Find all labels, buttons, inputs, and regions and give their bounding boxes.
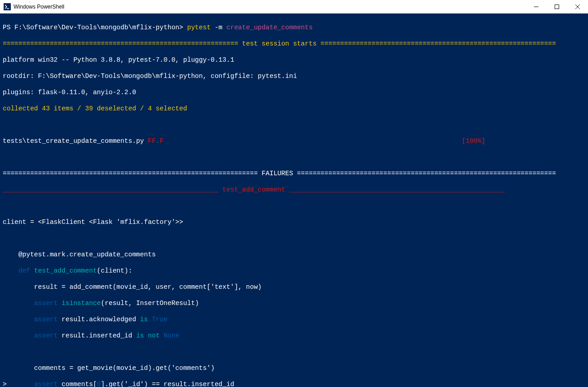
- keyword-assert: assert: [34, 332, 62, 339]
- test-file: tests\test_create_update_comments.py: [3, 137, 148, 145]
- code-line: > assert comments[0].get('_id') == resul…: [3, 380, 585, 387]
- window-controls: [526, 0, 588, 14]
- collected-info: collected 43 items / 39 deselected / 4 s…: [3, 105, 585, 113]
- keyword-is: is: [140, 316, 152, 323]
- keyword-assert: assert: [34, 316, 62, 323]
- code-line: result = add_comment(movie_id, user, com…: [3, 283, 585, 291]
- powershell-icon: [4, 3, 11, 10]
- cmd-name: pytest: [187, 24, 215, 31]
- cmd-flag: -m: [215, 24, 226, 31]
- keyword-true: True: [152, 316, 168, 323]
- code-line: assert result.acknowledged is True: [3, 315, 585, 323]
- svg-rect-3: [555, 5, 559, 9]
- maximize-icon: [555, 5, 559, 9]
- fail-mark: F: [160, 137, 164, 145]
- pass-mark: .: [156, 137, 160, 145]
- window-titlebar: Windows PowerShell: [0, 0, 588, 14]
- session-header: ========================================…: [3, 40, 585, 48]
- progress-pct: [100%]: [462, 137, 485, 145]
- keyword-def: def: [18, 267, 34, 274]
- failures-header: ========================================…: [3, 169, 585, 178]
- fail-marks: FF: [148, 137, 156, 145]
- code-line: assert isinstance(result, InsertOneResul…: [3, 299, 585, 307]
- plugins-info: plugins: flask-0.11.0, anyio-2.2.0: [3, 88, 585, 96]
- test-progress: tests\test_create_update_comments.py FF.…: [3, 137, 585, 145]
- code-line: assert result.inserted_id is not None: [3, 332, 585, 340]
- keyword-is-not: is not: [136, 332, 164, 339]
- platform-info: platform win32 -- Python 3.8.8, pytest-7…: [3, 56, 585, 64]
- minimize-button[interactable]: [526, 0, 547, 14]
- builtin: isinstance: [62, 300, 101, 307]
- maximize-button[interactable]: [547, 0, 567, 14]
- rootdir-info: rootdir: F:\Software\Dev-Tools\mongodb\m…: [3, 72, 585, 80]
- code-line: @pytest.mark.create_update_comments: [3, 250, 585, 259]
- minimize-icon: [534, 5, 538, 9]
- func-name: test_add_comment: [34, 267, 97, 274]
- client-fixture: client = <FlaskClient <Flask 'mflix.fact…: [3, 218, 585, 226]
- window-title: Windows PowerShell: [14, 4, 526, 10]
- keyword-assert: assert: [34, 300, 62, 307]
- close-icon: [575, 5, 580, 9]
- code-line: def test_add_comment(client):: [3, 267, 585, 275]
- close-button[interactable]: [567, 0, 588, 14]
- test-divider-1: ________________________________________…: [3, 186, 585, 194]
- literal-zero: 0: [97, 381, 101, 387]
- keyword-assert: assert: [34, 381, 62, 387]
- keyword-none: None: [164, 332, 179, 339]
- cmd-arg: create_update_comments: [226, 24, 312, 31]
- terminal-output[interactable]: PS F:\Software\Dev-Tools\mongodb\mflix-p…: [0, 14, 588, 387]
- prompt-line: PS F:\Software\Dev-Tools\mongodb\mflix-p…: [3, 23, 585, 32]
- code-line: comments = get_movie(movie_id).get('comm…: [3, 364, 585, 372]
- prompt-prefix: PS F:\Software\Dev-Tools\mongodb\mflix-p…: [3, 24, 187, 31]
